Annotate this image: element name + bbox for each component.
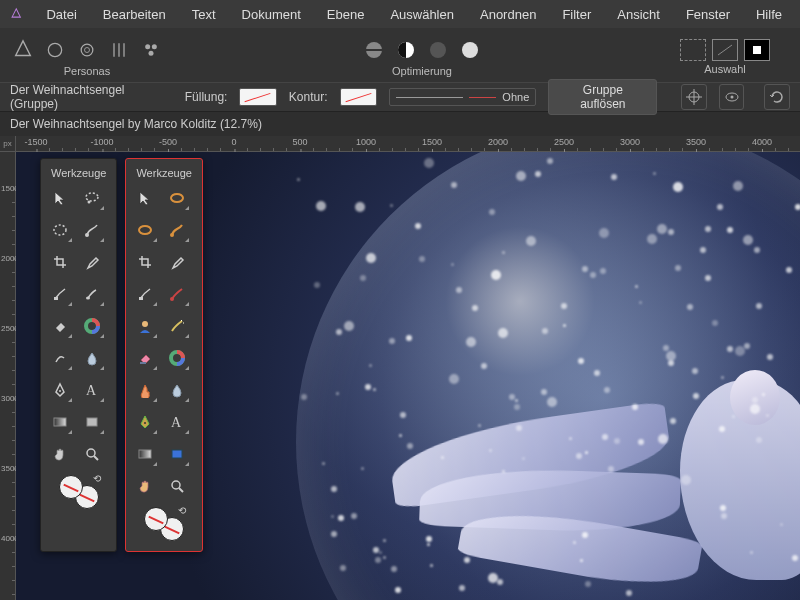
eyedropper-tool[interactable]: [164, 249, 190, 275]
menu-bearbeiten[interactable]: Bearbeiten: [91, 3, 178, 26]
menubar: Datei Bearbeiten Text Dokument Ebene Aus…: [0, 0, 800, 28]
node-tool[interactable]: [164, 185, 190, 211]
smudge-tool[interactable]: [47, 345, 73, 371]
optimierung-group: Optimierung: [361, 37, 483, 77]
tools-panel-b[interactable]: Werkzeuge A ⟲: [125, 158, 202, 552]
auswahl-label: Auswahl: [704, 63, 746, 75]
show-bounds-icon[interactable]: [719, 84, 745, 110]
color-swatch-pair[interactable]: ⟲: [59, 475, 99, 509]
ruler-unit: px: [0, 136, 16, 152]
zoom-tool[interactable]: [164, 473, 190, 499]
persona-develop-icon[interactable]: [74, 37, 100, 63]
object-name: Der Weihnachtsengel (Gruppe): [10, 83, 173, 111]
tools-panel-a-title: Werkzeuge: [47, 165, 110, 185]
portrait-tool[interactable]: [132, 313, 158, 339]
eraser-tool[interactable]: [132, 345, 158, 371]
invert-selection-icon[interactable]: [744, 39, 770, 61]
svg-point-35: [170, 297, 174, 301]
contrast-icon[interactable]: [393, 37, 419, 63]
menu-auswaehlen[interactable]: Auswählen: [378, 3, 466, 26]
pen-tool[interactable]: [47, 377, 73, 403]
stroke-swatch[interactable]: [340, 88, 377, 106]
reset-rotation-icon[interactable]: [764, 84, 790, 110]
svg-text:A: A: [171, 415, 182, 430]
fill-label: Füllung:: [185, 90, 228, 104]
stroke-value: Ohne: [502, 91, 529, 103]
menu-anordnen[interactable]: Anordnen: [468, 3, 548, 26]
healing-tool[interactable]: [47, 281, 73, 307]
persona-liquify-icon[interactable]: [42, 37, 68, 63]
tools-panel-a[interactable]: Werkzeuge A ⟲: [40, 158, 117, 552]
persona-tone-icon[interactable]: [106, 37, 132, 63]
gradient-tool[interactable]: [47, 409, 73, 435]
brush-tool[interactable]: [79, 217, 105, 243]
lasso-tool[interactable]: [79, 185, 105, 211]
svg-point-29: [87, 449, 95, 457]
menu-dokument[interactable]: Dokument: [230, 3, 313, 26]
align-center-icon[interactable]: [681, 84, 707, 110]
svg-rect-34: [139, 297, 143, 300]
svg-rect-7: [366, 49, 382, 51]
rectangle-tool[interactable]: [79, 409, 105, 435]
ungroup-button[interactable]: Gruppe auflösen: [548, 79, 657, 115]
marquee-tool[interactable]: [47, 217, 73, 243]
select-all-icon[interactable]: [680, 39, 706, 61]
ruler-vertical: 150020002500300035004000: [0, 152, 16, 600]
svg-rect-12: [753, 46, 761, 54]
mesh-tool[interactable]: [79, 313, 105, 339]
hand-tool[interactable]: [47, 441, 73, 467]
fill-swatch[interactable]: [239, 88, 276, 106]
eraser-tool[interactable]: [47, 313, 73, 339]
menu-datei[interactable]: Datei: [34, 3, 88, 26]
crop-tool[interactable]: [132, 249, 158, 275]
levels-icon[interactable]: [361, 37, 387, 63]
svg-line-44: [179, 488, 183, 492]
shape-tool[interactable]: [164, 441, 190, 467]
tools-panel-b-title: Werkzeuge: [132, 165, 195, 185]
ellipse-tool[interactable]: [132, 217, 158, 243]
svg-point-21: [85, 233, 89, 237]
brush-tool[interactable]: [164, 217, 190, 243]
svg-line-30: [94, 456, 98, 460]
crop-tool[interactable]: [47, 249, 73, 275]
menu-ansicht[interactable]: Ansicht: [605, 3, 672, 26]
blur-tool[interactable]: [79, 345, 105, 371]
menu-hilfe[interactable]: Hilfe: [744, 3, 794, 26]
stroke-width-slider[interactable]: Ohne: [389, 88, 536, 106]
sparkle-tool[interactable]: [164, 313, 190, 339]
text-tool[interactable]: A: [79, 377, 105, 403]
color-swatch-pair[interactable]: ⟲: [144, 507, 184, 541]
fire-tool[interactable]: [132, 377, 158, 403]
shadow-icon[interactable]: [425, 37, 451, 63]
paint-tool[interactable]: [79, 281, 105, 307]
paint-tool[interactable]: [164, 281, 190, 307]
pen-tool[interactable]: [132, 409, 158, 435]
menu-ebene[interactable]: Ebene: [315, 3, 377, 26]
menu-filter[interactable]: Filter: [550, 3, 603, 26]
hand-tool[interactable]: [132, 473, 158, 499]
document-tab[interactable]: Der Weihnachtsengel by Marco Kolditz (12…: [10, 117, 262, 131]
menu-text[interactable]: Text: [180, 3, 228, 26]
persona-photo-icon[interactable]: [10, 37, 36, 63]
app-logo-icon: [10, 5, 22, 23]
persona-export-icon[interactable]: [138, 37, 164, 63]
deselect-icon[interactable]: [712, 39, 738, 61]
highlight-icon[interactable]: [457, 37, 483, 63]
stroke-label: Kontur:: [289, 90, 328, 104]
svg-rect-27: [54, 418, 66, 426]
zoom-tool[interactable]: [79, 441, 105, 467]
svg-point-1: [81, 44, 93, 56]
document-tab-bar: Der Weihnachtsengel by Marco Kolditz (12…: [0, 112, 800, 136]
menu-fenster[interactable]: Fenster: [674, 3, 742, 26]
eyedropper-tool[interactable]: [79, 249, 105, 275]
clone-tool[interactable]: [132, 281, 158, 307]
svg-point-25: [59, 390, 61, 392]
move-tool[interactable]: [47, 185, 73, 211]
blur-tool[interactable]: [164, 377, 190, 403]
text-tool[interactable]: A: [164, 409, 190, 435]
move-tool[interactable]: [132, 185, 158, 211]
hue-tool[interactable]: [164, 345, 190, 371]
svg-point-32: [139, 226, 151, 234]
gradient-tool[interactable]: [132, 441, 158, 467]
personas-group: Personas: [10, 37, 164, 77]
